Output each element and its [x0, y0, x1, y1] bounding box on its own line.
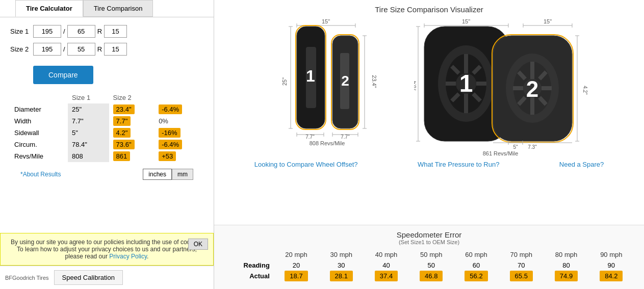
svg-text:4.2": 4.2" — [582, 86, 587, 95]
size2-label: Size 2 — [10, 45, 33, 53]
inches-button[interactable]: inches — [143, 169, 172, 180]
size1-aspect-input[interactable] — [67, 25, 95, 38]
row-s2-3: 73.6" — [109, 139, 155, 150]
slash1: / — [63, 28, 65, 35]
svg-text:15": 15" — [321, 18, 329, 24]
reading-40: 40 — [364, 260, 408, 271]
reading-50: 50 — [409, 260, 454, 271]
speedo-col-60: 60 mph — [454, 249, 499, 260]
links-row: Looking to Compare Wheel Offset? What Ti… — [224, 161, 634, 171]
actual-90: 84.2 — [589, 271, 634, 281]
cookie-text3: please read our Privacy Policy. — [8, 253, 205, 260]
about-results-link[interactable]: *About Results — [20, 171, 61, 178]
col-header-diff — [154, 92, 203, 103]
size2-aspect-input[interactable] — [67, 43, 95, 56]
tire-group-2: 15" 1 — [414, 16, 587, 156]
cookie-text2: To learn how to adjust your privacy choi… — [8, 246, 205, 253]
speedo-col-90: 90 mph — [589, 249, 634, 260]
speedometer-subtitle: (Set Size1 to OEM Size) — [224, 239, 634, 245]
tire-group-1: 15" 1 2 — [271, 16, 383, 146]
visualizer-section: Tire Size Comparison Visualizer 15" — [214, 0, 644, 225]
svg-text:7.7": 7.7" — [305, 134, 315, 139]
actual-70: 65.5 — [499, 271, 544, 281]
row-s2-1: 7.7" — [109, 115, 155, 127]
size1-width-input[interactable] — [33, 25, 61, 38]
cookie-bar: OK By using our site you agree to our po… — [0, 233, 214, 266]
svg-text:1: 1 — [459, 70, 473, 97]
speedo-col-80: 80 mph — [544, 249, 588, 260]
row-s1-1: 7.7" — [68, 115, 109, 127]
col-header-size1: Size 1 — [68, 92, 109, 103]
speedo-col-30: 30 mph — [319, 249, 364, 260]
speedo-col-50: 50 mph — [409, 249, 454, 260]
tab-tire-comparison[interactable]: Tire Comparison — [83, 0, 153, 17]
speedo-col-20: 20 mph — [274, 249, 319, 260]
tire1-svg: 15" 1 2 — [271, 16, 383, 139]
size1-label: Size 1 — [10, 28, 33, 35]
mm-button[interactable]: mm — [172, 169, 193, 180]
reading-80: 80 — [544, 260, 588, 271]
row-s2-2: 4.2" — [109, 127, 155, 139]
row-label-4: Revs/Mile — [10, 150, 68, 162]
row-s2-4: 861 — [109, 150, 155, 162]
row-label-1: Width — [10, 115, 68, 127]
row-s2-0: 23.4" — [109, 103, 155, 115]
row-diff-2: -16% — [154, 127, 203, 139]
tire2-revs: 861 Revs/Mile — [483, 150, 519, 156]
size1-rim-input[interactable] — [104, 25, 127, 38]
row-diff-3: -6.4% — [154, 139, 203, 150]
col-header-size2: Size 2 — [109, 92, 155, 103]
size2-row: Size 2 / R — [10, 43, 203, 56]
row-diff-4: +53 — [154, 150, 203, 162]
speedometer-title: Speedometer Error — [224, 230, 634, 239]
ok-button[interactable]: OK — [188, 239, 208, 250]
svg-text:25": 25" — [281, 77, 288, 86]
privacy-policy-link[interactable]: Privacy Policy — [109, 253, 147, 260]
row-s1-3: 78.4" — [68, 139, 109, 150]
row-s1-2: 5" — [68, 127, 109, 139]
row-diff-0: -6.4% — [154, 103, 203, 115]
row-s1-0: 25" — [68, 103, 109, 115]
left-panel: Tire Calculator Tire Comparison Size 1 /… — [0, 0, 214, 289]
tire1-revs: 808 Revs/Mile — [310, 140, 345, 146]
actual-40: 37.4 — [364, 271, 408, 281]
tabs: Tire Calculator Tire Comparison — [0, 0, 214, 17]
svg-text:78.4": 78.4" — [414, 79, 417, 91]
speed-calibration-tab[interactable]: Speed Calibration — [54, 270, 123, 285]
tire-pressure-link[interactable]: What Tire Pressure to Run? — [418, 161, 499, 168]
svg-text:7.7": 7.7" — [341, 134, 350, 139]
reading-20: 20 — [274, 260, 319, 271]
actual-60: 56.2 — [454, 271, 499, 281]
unit-toggle: inches mm — [143, 169, 193, 180]
reading-90: 90 — [589, 260, 634, 271]
svg-text:1: 1 — [306, 67, 315, 85]
bottom-row: *About Results inches mm — [10, 165, 203, 180]
svg-text:15": 15" — [543, 18, 551, 24]
tab-tire-calculator[interactable]: Tire Calculator — [15, 0, 83, 17]
slash2: / — [63, 45, 65, 53]
bottom-left: BFGoodrich Tires Speed Calibration — [0, 266, 214, 289]
col-header-label — [10, 92, 68, 103]
speedo-col-70: 70 mph — [499, 249, 544, 260]
speedo-col-label — [224, 249, 274, 260]
row-s1-4: 808 — [68, 150, 109, 162]
row-label-2: Sidewall — [10, 127, 68, 139]
size1-row: Size 1 / R — [10, 25, 203, 38]
compare-button[interactable]: Compare — [33, 66, 93, 84]
size2-width-input[interactable] — [33, 43, 61, 56]
cookie-text1: By using our site you agree to our polic… — [8, 239, 205, 246]
actual-50: 46.8 — [409, 271, 454, 281]
reading-70: 70 — [499, 260, 544, 271]
svg-text:2: 2 — [341, 73, 349, 89]
wheel-offset-link[interactable]: Looking to Compare Wheel Offset? — [254, 161, 358, 168]
speedometer-section: Speedometer Error (Set Size1 to OEM Size… — [214, 225, 644, 289]
brand-label: BFGoodrich Tires — [5, 275, 49, 281]
svg-text:23.4": 23.4" — [371, 75, 377, 88]
right-panel: Tire Size Comparison Visualizer 15" — [214, 0, 644, 289]
results-table: Size 1 Size 2 Diameter 25" 23.4" -6.4% W… — [10, 92, 203, 162]
tire2-svg: 15" 1 — [414, 16, 587, 149]
actual-30: 28.1 — [319, 271, 364, 281]
spare-link[interactable]: Need a Spare? — [559, 161, 604, 168]
reading-60: 60 — [454, 260, 499, 271]
size2-rim-input[interactable] — [104, 43, 127, 56]
